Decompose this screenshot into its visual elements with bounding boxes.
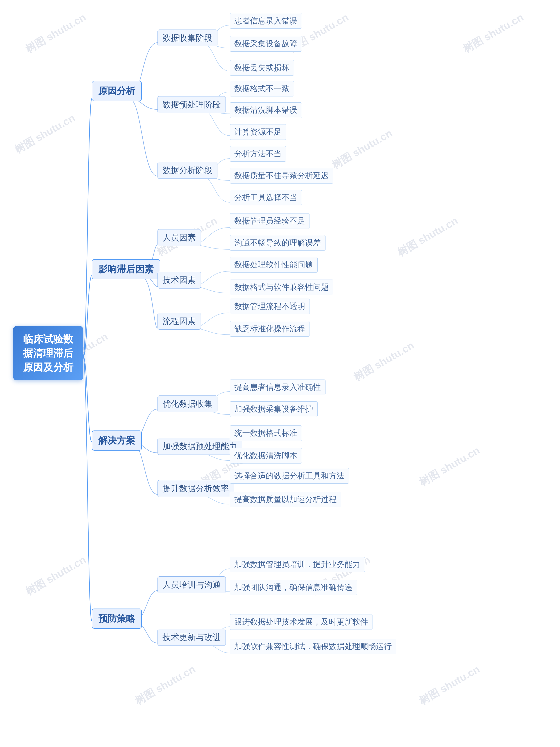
l3-leaf-15-label: 缺乏标准化操作流程 [234,324,305,333]
l3-leaf-11: 沟通不畅导致的理解误差 [230,235,326,251]
l3-leaf-16-label: 提高患者信息录入准确性 [234,383,321,391]
l2-yuchuli-label: 数据预处理阶段 [162,100,221,109]
l3-leaf-20: 选择合适的数据分析工具和方法 [230,468,349,484]
l3-leaf-18: 统一数据格式标准 [230,426,302,441]
l3-leaf-4-label: 数据格式不一致 [234,84,289,93]
l3-leaf-6: 计算资源不足 [230,124,286,140]
l3-leaf-2-label: 数据采集设备故障 [234,39,297,48]
l3-leaf-10: 数据管理员经验不足 [230,213,310,229]
l2-liucheng: 流程因素 [157,313,201,330]
l3-leaf-21: 提高数据质量以加速分析过程 [230,492,341,507]
l2-jishu: 技术因素 [157,272,201,288]
l2-fenxi: 数据分析阶段 [157,162,218,179]
l1-jiejue: 解决方案 [92,431,142,450]
l3-leaf-3: 数据丢失或损坏 [230,60,294,76]
watermark: 树图 shutu.cn [417,662,482,708]
watermark: 树图 shutu.cn [351,338,417,384]
l3-leaf-13: 数据格式与软件兼容性问题 [230,280,333,295]
l2-tisheng-label: 提升数据分析效率 [162,484,229,493]
l3-leaf-13-label: 数据格式与软件兼容性问题 [234,283,329,291]
l3-leaf-23: 加强团队沟通，确保信息准确传递 [230,579,357,595]
l3-leaf-5-label: 数据清洗脚本错误 [234,105,297,114]
l3-leaf-18-label: 统一数据格式标准 [234,429,297,437]
l2-gengxin-label: 技术更新与改进 [162,633,221,642]
l3-leaf-10-label: 数据管理员经验不足 [234,216,305,225]
l3-leaf-9-label: 分析工具选择不当 [234,193,297,202]
l2-renyuan: 人员因素 [157,229,201,246]
l1-yingxiang-label: 影响滞后因素 [98,264,154,274]
l2-shuju-shoucji-label: 数据收集阶段 [162,33,212,43]
l1-jiejue-label: 解决方案 [98,435,135,445]
l3-leaf-25: 加强软件兼容性测试，确保数据处理顺畅运行 [230,639,397,654]
watermark: 树图 shutu.cn [23,553,88,599]
l2-peixun: 人员培训与沟通 [157,576,226,593]
l3-leaf-25-label: 加强软件兼容性测试，确保数据处理顺畅运行 [234,642,392,651]
l3-leaf-2: 数据采集设备故障 [230,36,302,52]
root-label: 临床试验数据清理滞后原因及分析 [23,333,73,373]
l3-leaf-11-label: 沟通不畅导致的理解误差 [234,238,321,247]
l2-renyuan-label: 人员因素 [162,233,196,242]
l2-jishu-label: 技术因素 [162,275,196,285]
l2-shuju-shoucji: 数据收集阶段 [157,29,218,46]
l3-leaf-3-label: 数据丢失或损坏 [234,63,289,72]
l3-leaf-17: 加强数据采集设备维护 [230,402,317,417]
l3-leaf-5: 数据清洗脚本错误 [230,102,302,118]
l3-leaf-15: 缺乏标准化操作流程 [230,321,310,337]
l3-leaf-16: 提高患者信息录入准确性 [230,380,326,395]
l3-leaf-21-label: 提高数据质量以加速分析过程 [234,495,337,504]
root-node: 临床试验数据清理滞后原因及分析 [13,326,83,380]
l2-gengxin: 技术更新与改进 [157,629,226,646]
l3-leaf-12: 数据处理软件性能问题 [230,257,317,273]
l2-youhua-label: 优化数据收集 [162,399,212,408]
watermark: 树图 shutu.cn [395,214,460,260]
l3-leaf-7: 分析方法不当 [230,146,286,162]
l3-leaf-7-label: 分析方法不当 [234,149,282,158]
l1-yufang: 预防策略 [92,609,142,629]
l3-leaf-24-label: 跟进数据处理技术发展，及时更新软件 [234,617,368,626]
l3-leaf-14-label: 数据管理流程不透明 [234,302,305,311]
watermark: 树图 shutu.cn [460,10,526,56]
l2-peixun-label: 人员培训与沟通 [162,580,221,589]
l3-leaf-4: 数据格式不一致 [230,81,294,97]
watermark: 树图 shutu.cn [132,662,198,708]
l3-leaf-23-label: 加强团队沟通，确保信息准确传递 [234,583,352,592]
l3-leaf-6-label: 计算资源不足 [234,127,282,136]
l3-leaf-8: 数据质量不佳导致分析延迟 [230,168,333,183]
mind-map-container: 树图 shutu.cn 树图 shutu.cn 树图 shutu.cn 树图 s… [0,0,560,747]
l1-yuanyin: 原因分析 [92,81,142,101]
l3-leaf-14: 数据管理流程不透明 [230,299,310,314]
l2-fenxi-label: 数据分析阶段 [162,165,212,175]
l3-leaf-22: 加强数据管理员培训，提升业务能力 [230,557,365,572]
l1-yufang-label: 预防策略 [98,613,135,624]
l3-leaf-22-label: 加强数据管理员培训，提升业务能力 [234,560,360,569]
l2-liucheng-label: 流程因素 [162,316,196,326]
l3-leaf-24: 跟进数据处理技术发展，及时更新软件 [230,614,373,630]
watermark: 树图 shutu.cn [329,126,395,172]
l3-leaf-1: 患者信息录入错误 [230,13,302,29]
l3-leaf-20-label: 选择合适的数据分析工具和方法 [234,471,345,480]
watermark: 树图 shutu.cn [23,10,88,56]
l2-tisheng: 提升数据分析效率 [157,480,234,497]
l3-leaf-17-label: 加强数据采集设备维护 [234,405,313,413]
l3-leaf-19-label: 优化数据清洗脚本 [234,451,297,460]
l2-jiaqiang-label: 加强数据预处理能力 [162,442,237,451]
l1-yuanyin-label: 原因分析 [98,86,135,96]
watermark: 树图 shutu.cn [12,111,78,157]
l3-leaf-9: 分析工具选择不当 [230,190,302,205]
l2-youhua: 优化数据收集 [157,395,218,412]
l3-leaf-19: 优化数据清洗脚本 [230,448,302,464]
l3-leaf-8-label: 数据质量不佳导致分析延迟 [234,171,329,180]
l3-leaf-12-label: 数据处理软件性能问题 [234,260,313,269]
watermark: 树图 shutu.cn [417,443,482,489]
l1-yingxiang: 影响滞后因素 [92,259,160,279]
l3-leaf-1-label: 患者信息录入错误 [234,16,297,25]
l2-yuchuli: 数据预处理阶段 [157,96,226,113]
